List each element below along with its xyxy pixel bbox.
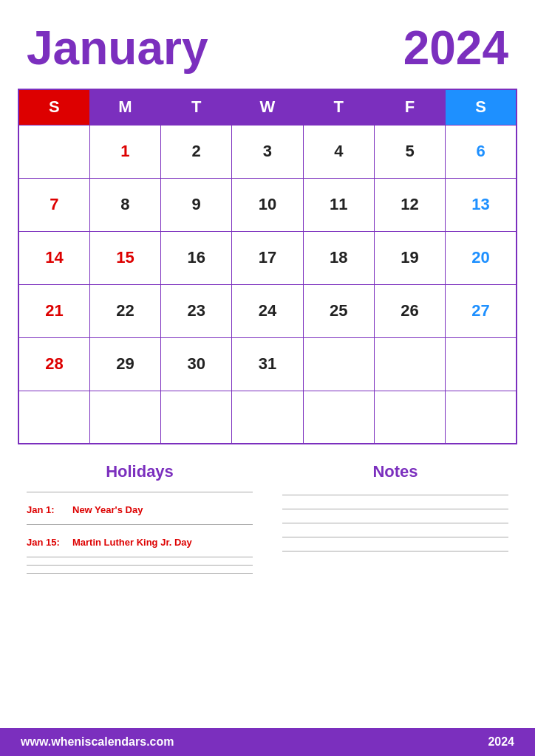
calendar-day-cell: 11 — [303, 178, 374, 231]
holiday-item: Jan 15:Martin Luther King Jr. Day — [27, 532, 253, 551]
calendar-day-cell: 15 — [89, 231, 160, 284]
calendar-page: January 2024 SMTWTFS 1234567891011121314… — [0, 0, 535, 756]
calendar-day-cell: 24 — [232, 284, 303, 337]
holidays-section: Holidays Jan 1:New Year's DayJan 15:Mart… — [27, 462, 268, 719]
bottom-section: Holidays Jan 1:New Year's DayJan 15:Mart… — [0, 444, 535, 728]
footer-year: 2024 — [488, 735, 514, 749]
calendar-day-cell: 5 — [374, 125, 445, 178]
calendar-day-cell: 3 — [232, 125, 303, 178]
calendar-header-cell: S — [446, 89, 517, 125]
footer-url: www.wheniscalendars.com — [21, 735, 174, 749]
calendar-day-cell: 4 — [303, 125, 374, 178]
calendar-day-cell: 1 — [89, 125, 160, 178]
holidays-divider — [27, 492, 253, 492]
calendar-day-cell: 8 — [89, 178, 160, 231]
calendar-day-cell — [89, 391, 160, 444]
calendar-header: SMTWTFS — [18, 89, 517, 125]
calendar-body: 1234567891011121314151617181920212223242… — [18, 125, 517, 444]
notes-line-2 — [282, 509, 508, 509]
calendar-week-row: 14151617181920 — [18, 231, 517, 284]
notes-line-1 — [282, 495, 508, 495]
calendar-day-cell — [161, 391, 232, 444]
calendar-day-cell — [446, 337, 517, 391]
calendar-header-cell: F — [374, 89, 445, 125]
calendar-day-cell: 13 — [446, 178, 517, 231]
holiday-name: New Year's Day — [72, 504, 143, 515]
holiday-date: Jan 15: — [27, 537, 65, 548]
holidays-extra-line-1 — [27, 565, 253, 566]
calendar-day-cell: 31 — [232, 337, 303, 391]
calendar-day-cell: 10 — [232, 178, 303, 231]
holiday-divider — [27, 557, 253, 557]
calendar-day-cell: 21 — [18, 284, 89, 337]
footer: www.wheniscalendars.com 2024 — [0, 728, 535, 756]
calendar-table: SMTWTFS 12345678910111213141516171819202… — [18, 89, 517, 444]
calendar-day-cell: 19 — [374, 231, 445, 284]
header: January 2024 — [0, 0, 535, 89]
calendar-header-cell: W — [232, 89, 303, 125]
month-title: January — [27, 21, 208, 75]
calendar-day-cell: 18 — [303, 231, 374, 284]
notes-line-5 — [282, 551, 508, 551]
calendar-day-cell — [18, 391, 89, 444]
calendar-day-cell: 12 — [374, 178, 445, 231]
calendar-week-row: 123456 — [18, 125, 517, 178]
calendar-day-cell: 7 — [18, 178, 89, 231]
holiday-divider — [27, 524, 253, 525]
calendar-day-cell — [374, 337, 445, 391]
calendar-wrapper: SMTWTFS 12345678910111213141516171819202… — [0, 89, 535, 444]
calendar-day-cell: 29 — [89, 337, 160, 391]
year-title: 2024 — [403, 21, 508, 75]
holiday-item: Jan 1:New Year's Day — [27, 500, 253, 518]
calendar-day-cell: 30 — [161, 337, 232, 391]
holiday-name: Martin Luther King Jr. Day — [72, 537, 192, 548]
notes-line-3 — [282, 523, 508, 523]
calendar-day-cell: 27 — [446, 284, 517, 337]
notes-title: Notes — [282, 462, 508, 481]
calendar-day-cell: 28 — [18, 337, 89, 391]
calendar-day-cell: 17 — [232, 231, 303, 284]
calendar-day-cell: 6 — [446, 125, 517, 178]
holidays-title: Holidays — [27, 462, 253, 481]
calendar-week-row: 21222324252627 — [18, 284, 517, 337]
calendar-day-cell: 22 — [89, 284, 160, 337]
calendar-header-cell: S — [18, 89, 89, 125]
calendar-day-cell: 14 — [18, 231, 89, 284]
calendar-day-cell: 26 — [374, 284, 445, 337]
calendar-day-cell: 16 — [161, 231, 232, 284]
calendar-week-row — [18, 391, 517, 444]
calendar-day-cell — [446, 391, 517, 444]
calendar-week-row: 78910111213 — [18, 178, 517, 231]
calendar-header-cell: T — [161, 89, 232, 125]
calendar-day-cell: 2 — [161, 125, 232, 178]
holidays-extra-line-2 — [27, 573, 253, 574]
holidays-list: Jan 1:New Year's DayJan 15:Martin Luther… — [27, 500, 253, 557]
holiday-date: Jan 1: — [27, 504, 65, 515]
calendar-day-cell: 23 — [161, 284, 232, 337]
calendar-day-cell — [303, 391, 374, 444]
calendar-day-cell — [18, 125, 89, 178]
calendar-header-cell: M — [89, 89, 160, 125]
calendar-day-cell — [374, 391, 445, 444]
calendar-day-cell — [232, 391, 303, 444]
calendar-week-row: 28293031 — [18, 337, 517, 391]
notes-section: Notes — [268, 462, 508, 719]
calendar-day-cell — [303, 337, 374, 391]
calendar-day-cell: 9 — [161, 178, 232, 231]
calendar-day-cell: 20 — [446, 231, 517, 284]
calendar-header-cell: T — [303, 89, 374, 125]
calendar-day-cell: 25 — [303, 284, 374, 337]
notes-line-4 — [282, 537, 508, 537]
